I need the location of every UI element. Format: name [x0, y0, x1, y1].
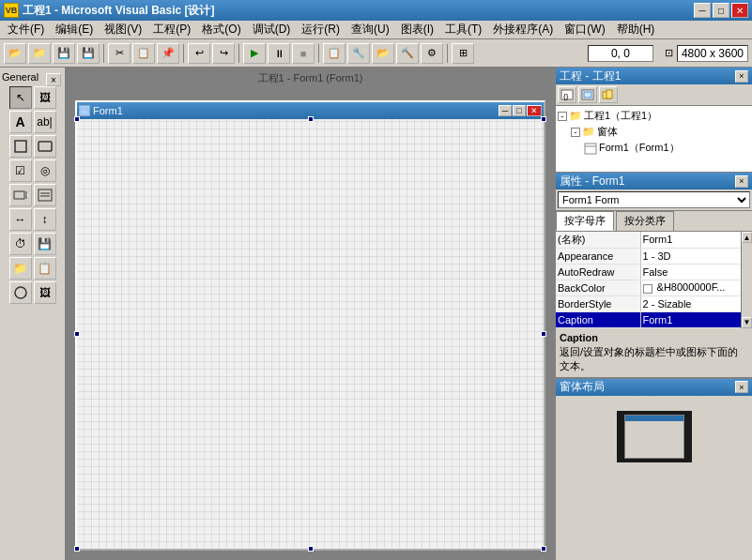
prop-value-autoredraw[interactable]: False	[640, 264, 752, 280]
menu-project[interactable]: 工程(P)	[147, 20, 196, 39]
tree-item-forms[interactable]: - 📁 窗体	[558, 124, 750, 140]
tool-commandbutton[interactable]	[34, 135, 56, 158]
toolbar-redo[interactable]: ↪	[212, 43, 235, 64]
design-area[interactable]: 工程1 - Form1 (Form1) Form1 ─ □ ✕	[66, 68, 555, 560]
handle-tr[interactable]	[541, 116, 546, 122]
tool-listbox[interactable]	[34, 184, 56, 206]
tool-drivelistbox[interactable]: 💾	[34, 233, 56, 255]
toolbar-stop[interactable]: ■	[292, 43, 315, 64]
prop-value-caption[interactable]: Form1	[640, 311, 752, 327]
handle-bl[interactable]	[74, 546, 80, 552]
tool-dirlistbox[interactable]: 📁	[9, 257, 32, 280]
close-button[interactable]: ✕	[731, 3, 748, 18]
scrollbar-down[interactable]: ▼	[742, 317, 752, 328]
prop-row-caption[interactable]: Caption Form1	[556, 311, 752, 327]
menu-addins[interactable]: 外接程序(A)	[487, 20, 559, 39]
props-object-select[interactable]: Form1 Form	[558, 191, 750, 208]
tool-image[interactable]: 🖼	[34, 281, 56, 304]
toolbar-save2[interactable]: 💾	[77, 43, 100, 64]
tool-vscrollbar[interactable]: ↕	[34, 208, 56, 231]
prop-value-appearance[interactable]: 1 - 3D	[640, 248, 752, 264]
scrollbar-up[interactable]: ▲	[742, 232, 752, 243]
project-panel-close[interactable]: ×	[735, 70, 748, 83]
toolbar-menu3[interactable]: 📂	[372, 43, 394, 64]
tree-expand-forms[interactable]: -	[571, 128, 580, 137]
prop-row-borderstyle[interactable]: BorderStyle 2 - Sizable	[556, 295, 752, 311]
tool-combobox[interactable]: ▼	[9, 184, 32, 206]
toolbar-open[interactable]: 📁	[28, 43, 51, 64]
form-body[interactable]	[77, 119, 544, 549]
toolbar-run[interactable]: ▶	[243, 43, 266, 64]
prop-value-borderstyle[interactable]: 2 - Sizable	[640, 295, 752, 311]
menu-tools[interactable]: 工具(T)	[439, 20, 487, 39]
tool-shape[interactable]	[9, 281, 32, 304]
prop-value-name[interactable]: Form1	[640, 232, 752, 248]
project-view-code[interactable]: {}	[558, 86, 576, 103]
menu-help[interactable]: 帮助(H)	[611, 20, 661, 39]
maximize-button[interactable]: □	[713, 3, 729, 18]
props-scrollbar[interactable]: ▲ ▼	[741, 232, 752, 328]
project-view-object[interactable]	[578, 86, 597, 103]
prop-row-autoredraw[interactable]: AutoRedraw False	[556, 264, 752, 280]
prop-row-name[interactable]: (名称) Form1	[556, 232, 752, 248]
tree-item-project[interactable]: - 📁 工程1（工程1）	[558, 108, 750, 124]
handle-tl[interactable]	[74, 116, 80, 122]
prop-row-appearance[interactable]: Appearance 1 - 3D	[556, 248, 752, 264]
toolbar-menu1[interactable]: 📋	[323, 43, 345, 64]
menu-query[interactable]: 查询(U)	[345, 20, 395, 39]
form-close-btn[interactable]: ✕	[527, 105, 542, 116]
handle-bm[interactable]	[308, 546, 314, 552]
toolbar-copy[interactable]: 📋	[132, 43, 155, 64]
layout-panel-close[interactable]: ×	[735, 381, 748, 393]
toolbar-gear[interactable]: ⚙	[421, 43, 443, 64]
tool-timer[interactable]: ⏱	[9, 233, 32, 255]
menu-file[interactable]: 文件(F)	[2, 20, 50, 39]
toolbar-paste[interactable]: 📌	[157, 43, 179, 64]
form-minimize-btn[interactable]: ─	[499, 105, 512, 116]
tool-filelistbox[interactable]: 📋	[34, 257, 56, 280]
tool-textbox[interactable]: ab|	[34, 111, 56, 133]
toolbar-undo[interactable]: ↩	[188, 43, 210, 64]
tool-checkbox[interactable]: ☑	[9, 159, 32, 182]
props-tab-category[interactable]: 按分类序	[616, 211, 674, 231]
prop-row-backcolor[interactable]: BackColor &H8000000F...	[556, 280, 752, 295]
project-toggle-folders[interactable]	[599, 86, 618, 103]
menu-format[interactable]: 格式(O)	[196, 20, 246, 39]
tool-hscrollbar[interactable]: ↔	[9, 208, 32, 231]
prop-value-backcolor[interactable]: &H8000000F...	[640, 280, 752, 295]
tool-frame[interactable]	[9, 135, 32, 158]
handle-br[interactable]	[541, 546, 546, 552]
tree-expand-project[interactable]: -	[558, 112, 567, 121]
menu-view[interactable]: 视图(V)	[99, 20, 147, 39]
handle-mr[interactable]	[541, 331, 546, 337]
svg-rect-16	[606, 90, 612, 98]
toolbar-cut[interactable]: ✂	[108, 43, 130, 64]
svg-rect-14	[584, 92, 591, 98]
toolbar-menu2[interactable]: 🔧	[347, 43, 370, 64]
menu-edit[interactable]: 编辑(E)	[50, 20, 99, 39]
design-outer-label: 工程1 - Form1 (Form1)	[258, 71, 363, 85]
menu-run[interactable]: 运行(R)	[296, 20, 345, 39]
tool-pointer[interactable]: ↖	[9, 86, 32, 109]
toolbar-grid[interactable]: ⊞	[452, 43, 474, 64]
toolbar-save[interactable]: 💾	[53, 43, 75, 64]
form-window[interactable]: Form1 ─ □ ✕	[75, 100, 545, 551]
tree-item-form1[interactable]: Form1（Form1）	[558, 140, 750, 156]
tool-picture[interactable]: 🖼	[34, 86, 56, 109]
menu-diagram[interactable]: 图表(I)	[395, 20, 439, 39]
toolbar-tools[interactable]: 🔨	[396, 43, 419, 64]
props-tab-alpha[interactable]: 按字母序	[556, 211, 614, 231]
tool-optionbutton[interactable]: ◎	[34, 159, 56, 182]
toolbar-pause[interactable]: ⏸	[268, 43, 290, 64]
handle-tm[interactable]	[308, 116, 314, 122]
menu-window[interactable]: 窗口(W)	[559, 20, 610, 39]
handle-ml[interactable]	[74, 331, 80, 337]
form-maximize-btn[interactable]: □	[513, 105, 526, 116]
tool-label[interactable]: A	[9, 111, 32, 133]
props-panel-close[interactable]: ×	[735, 175, 748, 188]
toolbox-close-button[interactable]: ×	[46, 73, 61, 86]
layout-preview[interactable]	[617, 411, 692, 462]
minimize-button[interactable]: ─	[694, 3, 711, 18]
menu-debug[interactable]: 调试(D)	[247, 20, 297, 39]
toolbar-new[interactable]: 📂	[4, 43, 26, 64]
